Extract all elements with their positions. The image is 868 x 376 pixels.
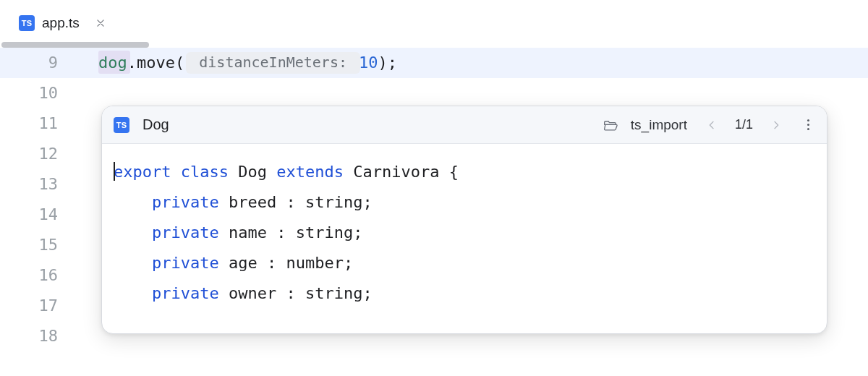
definition-line[interactable]: private name : string;: [114, 218, 827, 248]
definition-popup: Dog ts_import 1/1 export class Dog exten…: [101, 106, 827, 334]
definition-counter: 1/1: [735, 117, 753, 132]
editor-row[interactable]: 9dog.move( distanceInMeters: 10);: [0, 48, 868, 78]
number-literal: 10: [359, 54, 378, 72]
text-caret: [114, 162, 115, 181]
ts-file-icon: [114, 117, 129, 133]
line-content[interactable]: [84, 78, 868, 108]
line-number[interactable]: 11: [0, 108, 84, 139]
tab-close-button[interactable]: [93, 15, 109, 31]
popup-location-label[interactable]: ts_import: [631, 117, 687, 133]
popup-title: Dog: [142, 116, 169, 133]
definition-line[interactable]: private owner : string;: [114, 278, 827, 309]
line-number[interactable]: 18: [0, 321, 84, 351]
method-name: move: [137, 54, 175, 72]
line-number[interactable]: 16: [0, 260, 84, 291]
next-definition-button[interactable]: [765, 114, 788, 137]
prev-definition-button[interactable]: [700, 114, 723, 137]
folder-open-icon[interactable]: [599, 114, 622, 137]
ts-file-icon: [19, 15, 35, 31]
tab-app-ts[interactable]: app.ts: [9, 8, 119, 38]
line-number[interactable]: 12: [0, 139, 84, 169]
editor-row[interactable]: 10: [0, 78, 868, 108]
inlay-hint: distanceInMeters:: [186, 52, 360, 74]
definition-line[interactable]: private breed : string;: [114, 187, 827, 218]
line-number[interactable]: 15: [0, 230, 84, 260]
line-number[interactable]: 10: [0, 78, 84, 108]
tabbar-scroll-indicator[interactable]: [1, 42, 149, 48]
definition-line[interactable]: export class Dog extends Carnivora {: [114, 157, 827, 187]
line-number[interactable]: 13: [0, 169, 84, 200]
popup-body[interactable]: export class Dog extends Carnivora { pri…: [102, 144, 827, 309]
tab-filename: app.ts: [42, 15, 80, 31]
line-number[interactable]: 14: [0, 200, 84, 230]
tab-bar: app.ts: [0, 0, 868, 42]
line-number[interactable]: 17: [0, 291, 84, 321]
more-options-button[interactable]: [796, 114, 820, 137]
more-vert-icon: [807, 119, 809, 130]
line-number[interactable]: 9: [0, 48, 84, 78]
line-content[interactable]: dog.move( distanceInMeters: 10);: [84, 48, 868, 78]
definition-line[interactable]: private age : number;: [114, 248, 827, 278]
identifier: dog: [98, 54, 127, 72]
popup-header: Dog ts_import 1/1: [102, 106, 827, 144]
